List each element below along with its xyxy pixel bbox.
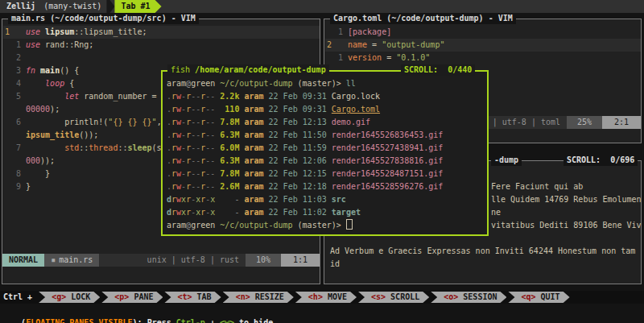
keybind-pane[interactable]: <p> PANE [101, 292, 163, 303]
statusline-percent: 10% [246, 254, 281, 267]
statusline-percent: 25% [567, 116, 602, 129]
statusline-position: 1:1 [281, 254, 320, 267]
app-title: Zellij [0, 0, 39, 13]
keybind-move[interactable]: <h> MOVE [295, 292, 357, 303]
line-number: 6 [3, 116, 26, 129]
code-line: 1use lipsum::lipsum_title; [3, 26, 320, 39]
hint-press: Press [147, 318, 176, 323]
code-line: 1use rand::Rng; [3, 39, 320, 52]
keybind-resize[interactable]: <n> RESIZE [223, 292, 294, 303]
vim-mode-badge: NORMAL [2, 254, 44, 267]
statusline-spacer [99, 254, 140, 267]
line-number: 4 [3, 77, 26, 90]
floating-pane-title: fish /home/aram/code/output-dump [167, 64, 329, 76]
zellij-screen: Zellij (many-twist) Tab #1 main.rs (~/co… [0, 0, 644, 323]
terminal-line: id [330, 258, 635, 271]
line-number: 3 [3, 64, 26, 77]
code-line: 1version = "0.1.0" [325, 52, 641, 64]
code-line: 2name = "output-dump" [325, 39, 641, 52]
terminal-line: .rw-r--r-- 6.3M aram 22 Feb 12:06 render… [167, 155, 481, 168]
line-number: 5 [3, 90, 26, 103]
hint-key-ctrl-p: Ctrl-p [176, 318, 205, 323]
terminal-line: .rw-r--r-- 110 aram 22 Feb 09:31 Cargo.t… [167, 103, 481, 116]
keybind-scroll[interactable]: <s> SCROLL [358, 292, 429, 303]
tab-bar: Zellij (many-twist) Tab #1 [0, 0, 644, 13]
line-number: 8 [3, 168, 26, 180]
keybind-quit[interactable]: <q> QUIT [508, 292, 569, 303]
keybind-session[interactable]: <o> SESSION [431, 292, 506, 303]
session-name: (many-twist) [39, 0, 101, 13]
floating-panes-hint: (FLOATING PANES VISIBLE): Press Ctrl-p +… [2, 304, 278, 317]
line-number: 1 [325, 52, 348, 64]
pane-output-scroll-indicator: SCROLL: 0/696 [564, 155, 638, 166]
line-number: 1 [3, 39, 26, 52]
code-line: 2 [3, 52, 320, 64]
terminal-line: .rw-r--r-- 6.0M aram 22 Feb 11:59 render… [167, 142, 481, 155]
line-number: 1 [325, 26, 348, 39]
keybinding-bar: Ctrl + <g> LOCK<p> PANE<t> TAB<n> RESIZE… [0, 291, 644, 304]
terminal-line [491, 168, 642, 180]
hint-plus: + [205, 318, 220, 323]
keybind-lock[interactable]: <g> LOCK [39, 292, 100, 303]
floating-pane-scroll-indicator: SCROLL: 0/440 [401, 64, 475, 76]
terminal-line: vitatibus Dediti 89106 Bene Viv [491, 219, 642, 232]
line-number: 2 [325, 39, 348, 52]
line-number: 9 [3, 180, 26, 193]
keybind-tab[interactable]: <t> TAB [164, 292, 221, 303]
code-line: 1[package] [325, 26, 641, 39]
statusline-position: 2:1 [602, 116, 641, 129]
terminal-line: .rw-r--r-- 2.6M aram 22 Feb 12:18 render… [167, 180, 481, 193]
terminal-line: drwxr-xr-x - aram 22 Feb 11:03 src [167, 193, 481, 206]
output-text-full: Ad Verbum e Graecis Expressas non Inviti… [330, 245, 635, 271]
line-number: 1 [3, 26, 26, 39]
terminal-line: lle Quidem 14769 Rebus Emolumen [491, 193, 642, 206]
hint-paren-close: ): [133, 318, 147, 323]
terminal-line: Ad Verbum e Graecis Expressas non Inviti… [330, 245, 635, 258]
terminal-line: aram@green ~/c/output-dump (master)> [167, 219, 481, 232]
pane-cargo-toml-title: Cargo.toml (~/code/output-dump) - VIM [330, 13, 516, 24]
statusline-fileinfo: unix | utf-8 | rust [141, 254, 246, 267]
editor-cargo-toml[interactable]: 1[package]2name = "output-dump"1version … [325, 26, 641, 64]
terminal-line: drwxr-xr-x - aram 22 Feb 11:02 target [167, 206, 481, 219]
terminal-line: Fere Faciunt qui ab [491, 180, 642, 193]
line-number: 7 [3, 142, 26, 155]
hint-suffix: to hide. [234, 318, 278, 323]
fish-terminal[interactable]: aram@green ~/c/output-dump (master)> ll.… [167, 77, 481, 232]
terminal-line: ne [491, 206, 642, 219]
tab-separator-icon [106, 0, 114, 13]
hint-key-w: <w> [220, 318, 234, 323]
statusline-main-rs: NORMAL ▪main.rs unix | utf-8 | rust 10% … [2, 254, 320, 267]
terminal-line: .rw-r--r-- 6.3M aram 22 Feb 11:50 render… [167, 129, 481, 142]
terminal-line: .rw-r--r-- 2.2k aram 22 Feb 09:31 Cargo.… [167, 90, 481, 103]
keybinding-prefix: Ctrl + [0, 291, 37, 304]
line-number: 2 [3, 52, 26, 64]
pane-output-title-fragment: -dump [491, 155, 522, 166]
tab-1[interactable]: Tab #1 [114, 0, 161, 13]
keybinding-chips: <g> LOCK<p> PANE<t> TAB<n> RESIZE<h> MOV… [37, 292, 570, 303]
terminal-line: .rw-r--r-- 7.8M aram 22 Feb 12:13 demo.g… [167, 116, 481, 129]
terminal-line: aram@green ~/c/output-dump (master)> ll [167, 77, 481, 90]
pane-main-rs-title: main.rs (~/code/output-dump/src) - VIM [8, 13, 199, 24]
statusline-filename: ▪main.rs [44, 254, 99, 267]
hint-highlight: FLOATING PANES VISIBLE [26, 318, 132, 323]
output-text-fragments: Fere Faciunt qui ablle Quidem 14769 Rebu… [491, 168, 642, 232]
file-icon: ▪ [51, 255, 56, 264]
terminal-line: .rw-r--r-- 7.8M aram 22 Feb 12:15 render… [167, 168, 481, 180]
